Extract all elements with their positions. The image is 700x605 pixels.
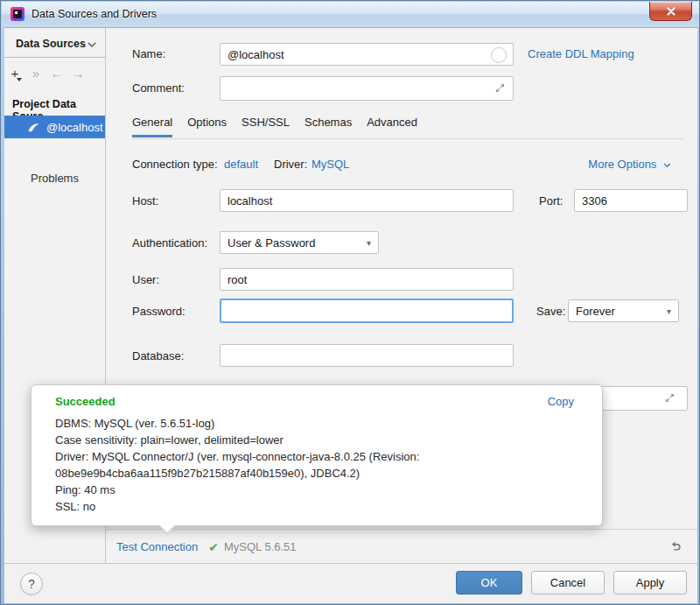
title-bar[interactable]: Data Sources and Drivers — [2, 2, 700, 27]
more-options-link[interactable]: More Options — [588, 158, 671, 171]
authentication-dropdown[interactable]: User & Password ▾ — [220, 231, 379, 254]
copy-link[interactable]: Copy — [548, 395, 574, 408]
sidebar-item-label: @localhost — [46, 121, 103, 134]
expand-editor-icon[interactable] — [494, 82, 506, 94]
sidebar-toolbar: + » ← → — [4, 61, 105, 84]
problems-label: Problems — [31, 172, 79, 185]
mysql-dolphin-icon — [27, 122, 40, 133]
user-label: User: — [132, 273, 159, 286]
port-label: Port: — [539, 194, 563, 208]
footer-bar: ? OK Cancel Apply — [4, 563, 697, 603]
detail-line: Ping: 40 ms — [55, 482, 419, 498]
cancel-button[interactable]: Cancel — [531, 571, 605, 594]
dialog-body: Data Sources + » ← → Project Data Sourc.… — [4, 27, 697, 601]
forward-button[interactable]: → — [67, 66, 88, 81]
chevron-down-icon — [88, 42, 96, 48]
apply-button[interactable]: Apply — [613, 571, 687, 594]
dropdown-arrow-icon: ▾ — [667, 306, 671, 316]
connection-details: DBMS: MySQL (ver. 5.6.51-log) Case sensi… — [55, 415, 419, 515]
connection-status: Succeeded — [55, 395, 116, 408]
driver-value-link[interactable]: MySQL — [312, 158, 349, 171]
detail-line: Driver: MySQL Connector/J (ver. mysql-co… — [55, 448, 419, 465]
database-label: Database: — [132, 349, 184, 362]
name-input[interactable] — [220, 43, 514, 66]
more-options-label: More Options — [588, 158, 656, 171]
dropdown-arrow-icon: ▾ — [367, 238, 371, 248]
comment-input[interactable] — [220, 76, 514, 101]
add-data-source-button[interactable]: + — [4, 66, 25, 81]
sidebar-view-label: Data Sources — [16, 38, 86, 50]
help-question-icon: ? — [28, 577, 35, 591]
tab-options[interactable]: Options — [187, 116, 227, 137]
driver-label: Driver: — [274, 158, 307, 171]
connection-type-value-link[interactable]: default — [224, 158, 258, 171]
show-more-button[interactable]: » — [25, 66, 46, 81]
sidebar-item-problems[interactable]: Problems — [4, 168, 105, 187]
connection-type-label: Connection type: — [132, 158, 218, 171]
detail-line: DBMS: MySQL (ver. 5.6.51-log) — [55, 415, 419, 432]
close-button[interactable] — [649, 2, 692, 21]
comment-label: Comment: — [132, 81, 185, 95]
create-ddl-mapping-link[interactable]: Create DDL Mapping — [528, 47, 634, 60]
user-input[interactable] — [220, 268, 514, 291]
settings-tabs: General Options SSH/SSL Schemas Advanced — [132, 116, 417, 137]
intellij-logo-icon — [10, 7, 24, 21]
authentication-label: Authentication: — [132, 236, 207, 250]
detail-line: Case sensitivity: plain=lower, delimited… — [55, 432, 419, 448]
port-input[interactable] — [574, 189, 688, 212]
tabs-separator — [132, 138, 684, 139]
connection-result-popup: Succeeded Copy DBMS: MySQL (ver. 5.6.51-… — [31, 384, 603, 526]
name-refresh-indicator-icon — [491, 47, 507, 63]
tab-schemas[interactable]: Schemas — [304, 116, 352, 137]
test-connection-link[interactable]: Test Connection — [116, 540, 198, 553]
save-label: Save: — [536, 305, 565, 318]
help-button[interactable]: ? — [20, 573, 43, 595]
save-value: Forever — [576, 305, 615, 318]
tab-general[interactable]: General — [132, 116, 172, 137]
sidebar-item-localhost[interactable]: @localhost — [4, 116, 105, 138]
tab-ssh-ssl[interactable]: SSH/SSL — [242, 116, 290, 137]
name-label: Name: — [132, 47, 165, 60]
ok-button[interactable]: OK — [456, 571, 522, 594]
expand-editor-icon[interactable] — [664, 392, 676, 404]
close-x-icon — [667, 7, 676, 16]
host-input[interactable] — [220, 189, 514, 212]
detail-line: 08be9e9b4cba6aa115f9b27b215887af40b159e0… — [55, 465, 419, 482]
sidebar-view-selector[interactable]: Data Sources — [4, 33, 105, 58]
test-connection-row: Test Connection ✔ MySQL 5.6.51 — [105, 529, 697, 564]
authentication-value: User & Password — [228, 236, 315, 250]
host-label: Host: — [132, 194, 158, 208]
server-version: MySQL 5.6.51 — [224, 540, 297, 553]
reset-changes-icon[interactable] — [668, 540, 682, 553]
data-sources-dialog-window: Data Sources and Drivers Data Sources + … — [0, 0, 700, 605]
success-check-icon: ✔ — [208, 540, 219, 554]
detail-line: SSL: no — [55, 498, 419, 515]
tab-advanced[interactable]: Advanced — [367, 116, 417, 137]
password-label: Password: — [132, 305, 186, 318]
back-button[interactable]: ← — [46, 66, 67, 81]
save-dropdown[interactable]: Forever ▾ — [568, 299, 679, 322]
window-title: Data Sources and Drivers — [32, 8, 157, 20]
chevron-down-icon — [663, 163, 671, 168]
database-input[interactable] — [220, 344, 514, 367]
password-input[interactable] — [220, 299, 514, 323]
